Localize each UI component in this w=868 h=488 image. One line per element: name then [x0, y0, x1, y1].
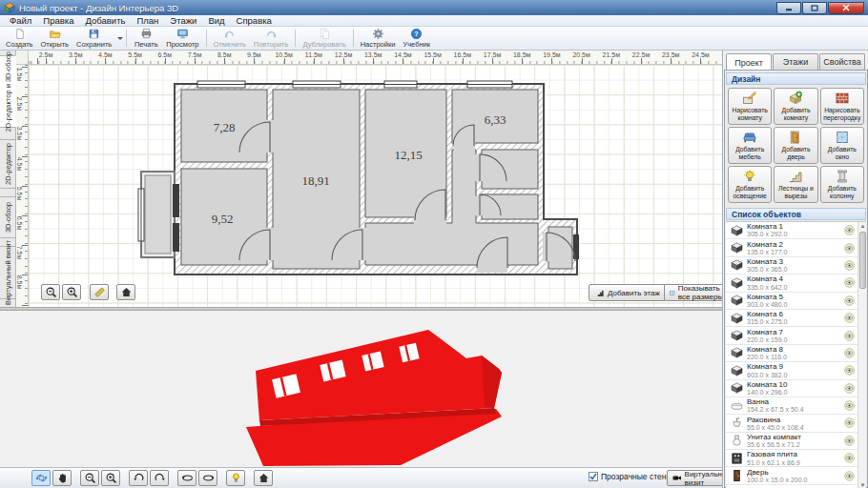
- room-cube-icon: [731, 277, 743, 289]
- menu-floors[interactable]: Этажи: [164, 15, 202, 26]
- menu-help[interactable]: Справка: [231, 15, 278, 26]
- maximize-button[interactable]: [802, 2, 827, 14]
- visibility-eye-icon[interactable]: [844, 260, 855, 271]
- lighting-button[interactable]: [226, 470, 245, 486]
- design-section-header: Дизайн: [726, 72, 866, 85]
- orbit-mode-button[interactable]: [31, 470, 51, 486]
- object-list-scrollbar[interactable]: ▲ ▼: [858, 222, 866, 488]
- object-list-item[interactable]: Комната 1305.0 x 292.0: [726, 222, 858, 239]
- menu-view[interactable]: Вид: [202, 15, 230, 26]
- visibility-eye-icon[interactable]: [844, 417, 855, 428]
- object-list-item[interactable]: Раковина55.0 x 45.0 x 108.4: [726, 415, 858, 432]
- add-floor-button[interactable]: Добавить этаж: [589, 284, 666, 301]
- visibility-eye-icon[interactable]: [844, 313, 855, 323]
- scroll-up-arrow[interactable]: ▲: [859, 223, 866, 230]
- minimize-button[interactable]: [776, 2, 801, 14]
- draw-partition-button[interactable]: Нарисовать перегородку: [820, 88, 864, 125]
- add-furniture-button[interactable]: Добавить мебель: [728, 127, 772, 164]
- object-list-item[interactable]: Комната 3305.0 x 365.0: [726, 257, 858, 274]
- right-panel: Проект Этажи Свойства Дизайн Нарисовать …: [722, 51, 868, 488]
- tab-2d-and-3d[interactable]: 2D-редактор и 3D-обзор: [0, 55, 16, 128]
- visibility-eye-icon[interactable]: [844, 243, 855, 254]
- floor-plan-canvas[interactable]: 7,28 9,52 18,91 12,15 6,33 Добавить этаж: [29, 65, 722, 307]
- rotate-cw-icon: [154, 472, 166, 484]
- tab-properties[interactable]: Свойства: [819, 53, 865, 70]
- add-window-button[interactable]: Добавить окно: [820, 127, 864, 164]
- plan-measure-button[interactable]: [90, 284, 109, 300]
- view3d-zoom-in-button[interactable]: [101, 470, 120, 486]
- print-button[interactable]: Печать: [130, 28, 162, 49]
- draw-room-button[interactable]: Нарисовать комнату: [728, 88, 772, 125]
- view3d-zoom-out-button[interactable]: [80, 470, 99, 486]
- orbit-right-button[interactable]: [198, 470, 217, 486]
- plan-zoom-in-button[interactable]: [62, 284, 81, 300]
- zoom-out-icon: [84, 472, 96, 484]
- pan-mode-button[interactable]: [52, 470, 72, 486]
- add-room-button[interactable]: Добавить комнату: [774, 88, 817, 125]
- plan-fit-home-button[interactable]: [116, 284, 135, 300]
- menu-edit[interactable]: Правка: [37, 15, 79, 26]
- object-list-item[interactable]: Комната 7220.0 x 159.0: [726, 327, 858, 344]
- object-list-item[interactable]: Комната 10140.0 x 296.0: [726, 380, 858, 397]
- rotate-cw-button[interactable]: [150, 470, 169, 486]
- object-list-item[interactable]: Дверь100.0 x 15.0 x 200.0: [726, 467, 858, 484]
- object-list-item[interactable]: Газовая плита51.0 x 62.1 x 86.9: [726, 450, 858, 467]
- new-project-button[interactable]: Создать: [2, 28, 37, 49]
- visibility-eye-icon[interactable]: [844, 436, 855, 446]
- object-list-item[interactable]: Комната 2135.0 x 177.0: [726, 239, 858, 256]
- transparent-walls-checkbox[interactable]: Прозрачные стены: [589, 472, 672, 481]
- visibility-eye-icon[interactable]: [844, 400, 855, 411]
- menu-add[interactable]: Добавить: [79, 15, 131, 26]
- add-furniture-icon: [742, 130, 757, 145]
- scroll-down-arrow[interactable]: ▼: [859, 482, 866, 488]
- room-small-a[interactable]: [482, 150, 538, 189]
- rotate-ccw-button[interactable]: [129, 470, 148, 486]
- tab-virtual-visit[interactable]: Виртуальный визит: [0, 246, 16, 299]
- menu-plan[interactable]: План: [131, 15, 164, 26]
- visibility-eye-icon[interactable]: [844, 277, 855, 288]
- close-button[interactable]: [828, 2, 864, 14]
- object-list-item[interactable]: Комната 4335.0 x 642.0: [726, 274, 858, 292]
- object-list-item[interactable]: Комната 9603.0 x 382.0: [726, 362, 858, 379]
- add-light-button[interactable]: Добавить освещение: [728, 166, 772, 203]
- tab-project[interactable]: Проект: [726, 53, 772, 71]
- visibility-eye-icon[interactable]: [844, 471, 855, 481]
- app-logo-icon: [4, 2, 15, 13]
- object-list-item[interactable]: Ванна154.2 x 67.5 x 50.4: [726, 397, 858, 415]
- save-button[interactable]: Сохранить: [72, 28, 115, 49]
- object-list-item[interactable]: Комната 8220.0 x 116.0: [726, 345, 858, 362]
- view3d-home-button[interactable]: [254, 470, 273, 486]
- object-list-item[interactable]: Унитаз компакт35.6 x 56.5 x 71.2: [726, 433, 858, 450]
- visibility-eye-icon[interactable]: [844, 453, 855, 463]
- add-window-icon: [835, 130, 850, 145]
- object-list-item[interactable]: Комната 6315.0 x 275.0: [726, 310, 858, 327]
- tutorial-button[interactable]: ? Учебник: [399, 28, 434, 49]
- show-all-dimensions-button[interactable]: Показывать все размеры: [664, 284, 731, 301]
- settings-button[interactable]: Настройки: [357, 28, 400, 49]
- menu-file[interactable]: Файл: [4, 15, 37, 26]
- tab-2d-editor[interactable]: 2D-редактор: [0, 139, 16, 189]
- orbit-left-button[interactable]: [177, 470, 196, 486]
- visibility-eye-icon[interactable]: [844, 365, 855, 376]
- ruler-label: 10.5м: [275, 51, 292, 58]
- tab-3d-view[interactable]: 3D-обзор: [0, 196, 16, 238]
- checkbox-box[interactable]: [589, 472, 598, 481]
- plan-zoom-out-button[interactable]: [41, 284, 60, 300]
- visibility-eye-icon[interactable]: [844, 331, 855, 341]
- visibility-eye-icon[interactable]: [844, 383, 855, 394]
- open-button[interactable]: Открыть: [37, 28, 72, 49]
- light-bulb-icon: [230, 472, 242, 484]
- object-list-item[interactable]: Комната 5303.0 x 480.0: [726, 293, 858, 310]
- visibility-eye-icon[interactable]: [844, 225, 855, 235]
- visibility-eye-icon[interactable]: [844, 295, 855, 306]
- visibility-eye-icon[interactable]: [844, 348, 855, 358]
- tab-floors[interactable]: Этажи: [773, 53, 818, 70]
- save-dropdown-arrow[interactable]: [117, 37, 123, 40]
- scrollbar-thumb[interactable]: [859, 232, 866, 289]
- view-3d[interactable]: [0, 311, 722, 467]
- preview-button[interactable]: Просмотр: [162, 28, 202, 49]
- stairs-cutouts-button[interactable]: Лестницы и вырезы: [774, 166, 817, 203]
- add-door-button[interactable]: Добавить дверь: [774, 127, 817, 164]
- add-column-button[interactable]: Добавить колонну: [820, 166, 864, 203]
- room-small-b[interactable]: [482, 194, 538, 219]
